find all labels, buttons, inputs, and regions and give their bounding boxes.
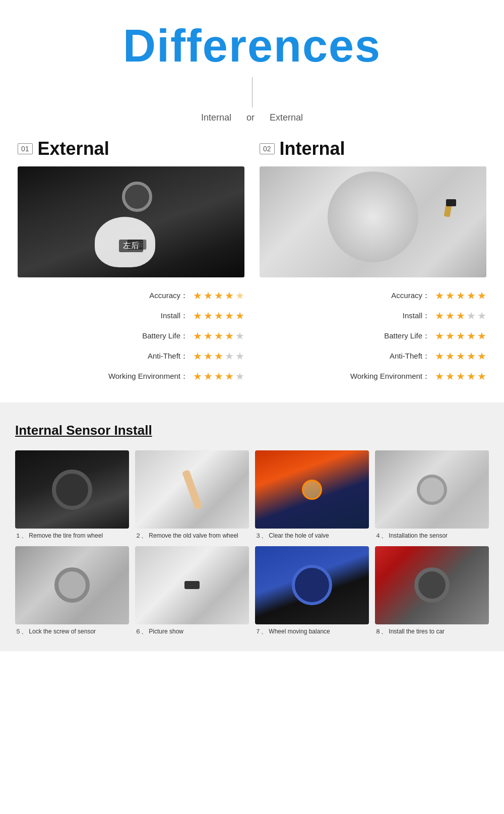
install-step-6: ６、 Picture show (135, 546, 249, 636)
page-title: Differences (10, 20, 494, 72)
install-caption-2: ２、 Remove the old valve from wheel (135, 532, 249, 540)
internal-install-row: Install： ★ ★ ★ ★ ★ (260, 310, 486, 322)
install-step-2: ２、 Remove the old valve from wheel (135, 450, 249, 540)
comparison-section: 01 External 左后 Accuracy： ★ ★ ★ ★ ★ (0, 138, 504, 382)
install-section: Internal Sensor Install １、 Remove the ti… (0, 402, 504, 651)
subtitle-row: Internal or External (10, 112, 494, 123)
install-caption-5: ５、 Lock the screw of sensor (15, 627, 129, 636)
subtitle-or: or (246, 112, 255, 123)
install-step-5: ５、 Lock the screw of sensor (15, 546, 129, 636)
internal-accuracy-label: Accuracy： (391, 291, 430, 301)
internal-number: 02 (260, 143, 275, 154)
external-antitheft-row: Anti-Theft： ★ ★ ★ ★ ★ (18, 350, 244, 362)
internal-battery-stars: ★ ★ ★ ★ ★ (435, 330, 486, 342)
install-img-6 (135, 546, 249, 624)
external-accuracy-stars: ★ ★ ★ ★ ★ (193, 289, 244, 302)
external-label: External (38, 138, 109, 159)
external-working-stars: ★ ★ ★ ★ ★ (193, 370, 244, 382)
external-battery-row: Battery Life： ★ ★ ★ ★ ★ (18, 330, 244, 342)
external-column: 01 External 左后 Accuracy： ★ ★ ★ ★ ★ (18, 138, 244, 382)
internal-antitheft-label: Anti-Theft： (390, 352, 430, 361)
internal-antitheft-row: Anti-Theft： ★ ★ ★ ★ ★ (260, 350, 486, 362)
install-img-2 (135, 450, 249, 529)
internal-battery-row: Battery Life： ★ ★ ★ ★ ★ (260, 330, 486, 342)
external-number: 01 (18, 143, 33, 154)
external-title-row: 01 External (18, 138, 244, 159)
external-antitheft-stars: ★ ★ ★ ★ ★ (193, 350, 244, 362)
install-caption-6: ６、 Picture show (135, 627, 249, 636)
external-working-label: Working Environment： (108, 372, 188, 381)
install-step-1: １、 Remove the tire from wheel (15, 450, 129, 540)
install-img-1 (15, 450, 129, 529)
install-step-3: ３、 Clear the hole of valve (255, 450, 369, 540)
install-img-8 (375, 546, 489, 624)
external-accuracy-row: Accuracy： ★ ★ ★ ★ ★ (18, 289, 244, 302)
subtitle-external: External (270, 112, 303, 123)
internal-antitheft-stars: ★ ★ ★ ★ ★ (435, 350, 486, 362)
external-ratings: Accuracy： ★ ★ ★ ★ ★ Install： ★ ★ ★ ★ ★ (18, 289, 244, 382)
install-caption-8: ８、 Install the tires to car (375, 627, 489, 636)
internal-column: 02 Internal Accuracy： ★ ★ ★ ★ ★ (260, 138, 486, 382)
external-install-label: Install： (161, 311, 188, 321)
divider (252, 77, 253, 107)
install-caption-3: ３、 Clear the hole of valve (255, 532, 369, 540)
internal-image (260, 166, 486, 277)
internal-accuracy-row: Accuracy： ★ ★ ★ ★ ★ (260, 289, 486, 302)
internal-battery-label: Battery Life： (384, 331, 430, 341)
install-caption-1: １、 Remove the tire from wheel (15, 532, 129, 540)
internal-working-row: Working Environment： ★ ★ ★ ★ ★ (260, 370, 486, 382)
header-section: Differences Internal or External (0, 0, 504, 138)
install-img-5 (15, 546, 129, 624)
external-antitheft-label: Anti-Theft： (148, 352, 188, 361)
external-image: 左后 (18, 166, 244, 277)
external-working-row: Working Environment： ★ ★ ★ ★ ★ (18, 370, 244, 382)
external-battery-stars: ★ ★ ★ ★ ★ (193, 330, 244, 342)
internal-label: Internal (280, 138, 345, 159)
internal-install-label: Install： (403, 311, 430, 321)
install-title: Internal Sensor Install (15, 423, 489, 438)
install-img-4 (375, 450, 489, 529)
install-step-7: ７、 Wheel moving balance (255, 546, 369, 636)
install-img-3 (255, 450, 369, 529)
internal-working-label: Working Environment： (350, 372, 430, 381)
internal-working-stars: ★ ★ ★ ★ ★ (435, 370, 486, 382)
install-grid: １、 Remove the tire from wheel ２、 Remove … (15, 450, 489, 636)
install-caption-7: ７、 Wheel moving balance (255, 627, 369, 636)
external-battery-label: Battery Life： (142, 331, 188, 341)
subtitle-internal: Internal (201, 112, 231, 123)
internal-title-row: 02 Internal (260, 138, 486, 159)
internal-install-stars: ★ ★ ★ ★ ★ (435, 310, 486, 322)
install-step-8: ８、 Install the tires to car (375, 546, 489, 636)
internal-accuracy-stars: ★ ★ ★ ★ ★ (435, 289, 486, 302)
external-accuracy-label: Accuracy： (149, 291, 188, 301)
install-img-7 (255, 546, 369, 624)
external-install-row: Install： ★ ★ ★ ★ ★ (18, 310, 244, 322)
internal-ratings: Accuracy： ★ ★ ★ ★ ★ Install： ★ ★ ★ ★ ★ (260, 289, 486, 382)
install-caption-4: ４、 Installation the sensor (375, 532, 489, 540)
external-install-stars: ★ ★ ★ ★ ★ (193, 310, 244, 322)
install-step-4: ４、 Installation the sensor (375, 450, 489, 540)
